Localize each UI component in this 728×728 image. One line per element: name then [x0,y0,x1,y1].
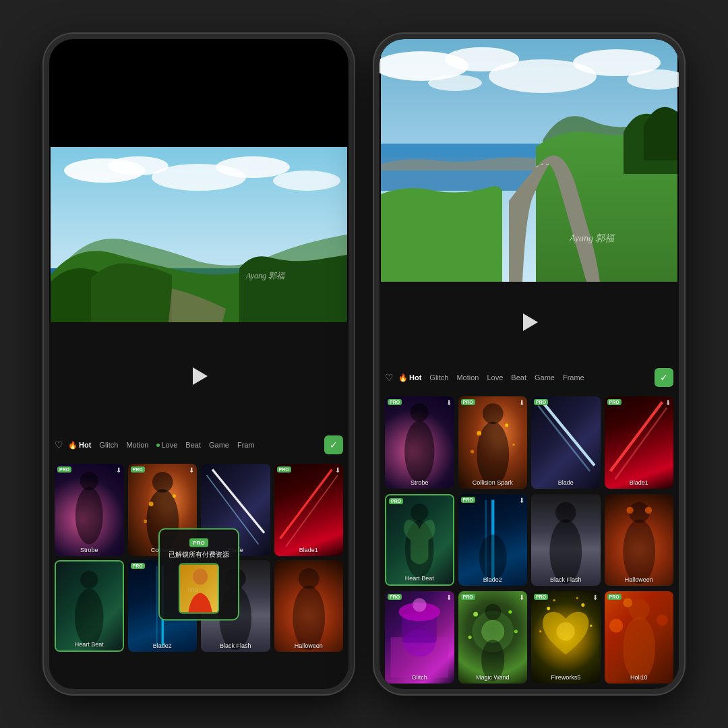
svg-point-19 [75,588,104,646]
left-filter-tabs: ♡ 🔥 Hot Glitch Motion Love Beat Game Fra… [49,430,348,460]
right-effect-collision[interactable]: PRO ⬇ Collision Spark [458,396,528,489]
left-play-button[interactable] [184,361,214,391]
right-fireworks-thumb [531,591,601,684]
checkmark-icon: ✓ [330,439,338,450]
right-strobe-thumb [385,396,454,489]
svg-point-40 [404,421,434,483]
svg-point-53 [411,504,428,521]
right-effect-blackflash[interactable]: Black Flash [531,494,601,586]
right-tab-game[interactable]: Game [531,371,558,384]
right-heartbeat-thumb [386,495,453,585]
left-effect-halloween[interactable]: Halloween [274,560,344,653]
svg-rect-37 [381,144,549,157]
right-effect-holi[interactable]: PRO Holi10 [605,591,674,684]
svg-point-78 [581,603,584,607]
svg-point-13 [172,494,175,497]
svg-point-44 [477,431,481,435]
right-halloween-thumb [605,494,674,586]
right-blade1-thumb [605,396,674,489]
svg-line-51 [615,408,667,479]
right-tab-glitch[interactable]: Glitch [426,371,452,384]
left-play-area [49,322,348,430]
left-tab-motion[interactable]: Motion [123,438,152,452]
right-blade1-dl: ⬇ [665,399,671,406]
svg-point-86 [656,614,667,626]
svg-line-17 [280,470,332,539]
svg-line-18 [286,475,338,547]
right-blackflash-thumb [531,494,601,586]
right-effect-blade1[interactable]: PRO ⬇ Blade1 [605,396,674,489]
right-effects-grid: PRO ⬇ Strobe [380,392,679,689]
right-tab-heart[interactable]: ♡ [385,372,394,383]
svg-point-57 [549,519,582,584]
left-tab-frame[interactable]: Fram [234,438,258,452]
left-tab-hot[interactable]: 🔥 Hot [65,438,94,452]
right-tab-confirm[interactable]: ✓ [655,368,673,387]
svg-line-48 [543,402,595,466]
right-effect-heartbeat[interactable]: PRO Heart Beat [385,494,454,586]
svg-point-85 [609,619,622,632]
left-black-top [49,39,348,93]
right-fireworks-pro: PRO [534,594,548,600]
heartbeat-thumb [56,562,123,651]
blade1-download-icon: ⬇ [335,466,340,474]
right-glitch-dl: ⬇ [446,594,452,601]
right-effect-magicwand[interactable]: PRO ⬇ Magic Wand [458,591,528,684]
left-play-triangle [193,367,208,385]
left-tab-glitch[interactable]: Glitch [96,438,121,452]
right-glitch-thumb [385,591,454,684]
left-tab-beat[interactable]: Beat [182,438,204,452]
left-effect-blade[interactable]: Blade [201,464,270,556]
left-effect-strobe[interactable]: PRO ⬇ Strobe [55,464,124,556]
left-effect-blackflash[interactable]: Black Flash [201,560,270,653]
blade1-label: Blade1 [274,547,344,553]
right-effect-blade2[interactable]: PRO ⬇ Blade2 [458,494,528,586]
svg-point-24 [225,568,246,589]
left-effect-blade2[interactable]: PRO ⬇ Blade2 [128,560,198,653]
svg-line-15 [212,470,264,533]
left-tab-love[interactable]: Love [153,438,181,452]
left-tab-heart[interactable]: ♡ [55,439,63,450]
right-play-button[interactable] [514,307,544,337]
right-tab-love[interactable]: Love [483,371,506,384]
right-phone: Ayang 郭福 ♡ 🔥 Hot Glitch Motion Love [374,34,684,694]
right-holi-label: Holi10 [605,674,674,681]
right-effect-halloween[interactable]: Halloween [605,494,674,586]
blade2-thumb [128,560,198,653]
right-landscape: Ayang 郭福 [380,39,679,282]
svg-point-71 [485,604,501,620]
right-blade-pro: PRO [534,399,548,405]
right-tab-beat[interactable]: Beat [508,371,530,384]
left-effect-blade1[interactable]: PRO ⬇ Blade1 [274,464,344,556]
svg-point-59 [623,519,655,584]
svg-point-41 [411,403,429,421]
svg-point-4 [216,156,290,178]
left-effect-heartbeat[interactable]: Heart Beat [55,560,124,653]
right-effect-strobe[interactable]: PRO ⬇ Strobe [385,396,454,489]
svg-point-8 [75,487,103,544]
svg-point-23 [219,585,251,650]
right-tab-hot[interactable]: 🔥 Hot [395,371,425,385]
left-effects-section: PRO ⬇ Strobe [49,460,348,689]
right-tab-frame[interactable]: Frame [559,371,588,384]
left-tab-game[interactable]: Game [206,438,233,452]
left-tab-confirm[interactable]: ✓ [324,435,343,454]
svg-point-5 [273,171,340,191]
right-effect-glitch[interactable]: PRO ⬇ Glitch [385,591,454,684]
right-glitch-pro: PRO [388,594,402,600]
right-holi-pro: PRO [607,594,621,600]
right-fireworks-label: Fireworks5 [531,674,601,681]
svg-point-79 [539,630,541,632]
right-effect-fireworks[interactable]: PRO ⬇ Fireworks5 [531,591,601,684]
right-magicwand-thumb [458,591,528,684]
right-video-preview: Ayang 郭福 [380,39,679,282]
right-tab-motion[interactable]: Motion [453,371,482,384]
left-effect-collision[interactable]: PRO ⬇ Collision [128,464,198,556]
right-effect-blade[interactable]: PRO Blade [531,396,601,489]
svg-point-47 [512,444,514,446]
right-magicwand-pro: PRO [461,594,475,600]
right-blade2-dl: ⬇ [519,497,524,504]
svg-point-80 [590,625,592,627]
svg-point-35 [428,75,482,91]
svg-point-14 [144,520,147,523]
